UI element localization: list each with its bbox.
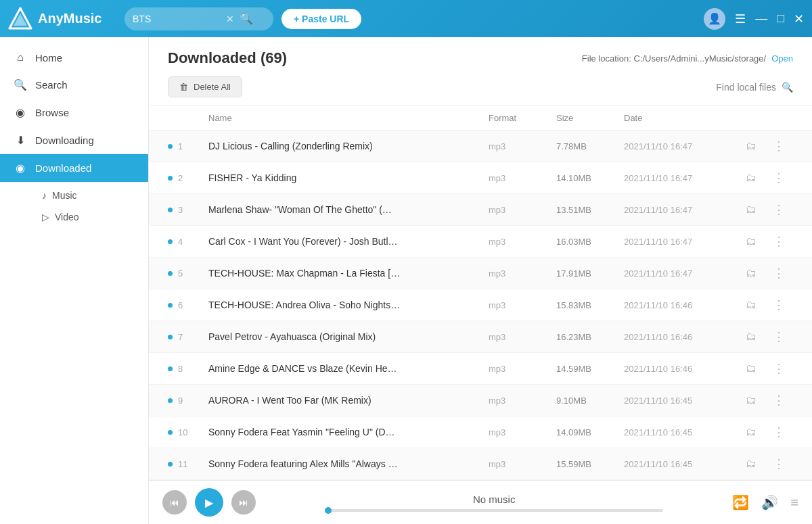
titlebar: AnyMusic ✕ 🔍 + Paste URL 👤 ☰ — □ ✕ (0, 0, 812, 37)
page-title: Downloaded (69) (168, 49, 287, 67)
row-num-text: 1 (178, 141, 183, 151)
volume-icon[interactable]: 🔊 (761, 494, 778, 510)
sidebar-item-search[interactable]: 🔍 Search (0, 71, 148, 99)
row-more-icon[interactable]: ⋮ (773, 393, 793, 408)
player-progress-dot (325, 507, 332, 514)
open-folder-icon[interactable]: 🗂 (746, 204, 773, 216)
find-local-files[interactable]: Find local files 🔍 (716, 82, 793, 93)
sidebar-item-home[interactable]: ⌂ Home (0, 44, 148, 71)
prev-button[interactable]: ⏮ (162, 490, 187, 515)
next-button[interactable]: ⏭ (231, 490, 256, 515)
minimize-icon[interactable]: — (755, 11, 767, 26)
table-row[interactable]: 8 Amine Edge & DANCE vs Blaze (Kevin He…… (149, 353, 812, 385)
row-more-icon[interactable]: ⋮ (773, 234, 793, 249)
row-number: 10 (168, 427, 208, 437)
table-row[interactable]: 9 AURORA - I Went Too Far (MK Remix) mp3… (149, 385, 812, 416)
open-folder-icon[interactable]: 🗂 (746, 426, 773, 438)
titlebar-controls: 👤 ☰ — □ ✕ (704, 8, 804, 30)
row-date: 2021/11/10 16:47 (624, 237, 746, 247)
delete-all-button[interactable]: 🗑 Delete All (168, 76, 242, 97)
row-format: mp3 (489, 332, 556, 342)
row-more-icon[interactable]: ⋮ (773, 202, 793, 217)
play-button[interactable]: ▶ (195, 488, 223, 517)
paste-url-button[interactable]: + Paste URL (281, 9, 361, 29)
row-more-icon[interactable]: ⋮ (773, 170, 793, 185)
row-format: mp3 (489, 205, 556, 215)
find-local-label: Find local files (716, 82, 776, 93)
row-format: mp3 (489, 427, 556, 437)
row-more-icon[interactable]: ⋮ (773, 329, 793, 344)
row-number: 4 (168, 237, 208, 247)
main-layout: ⌂ Home 🔍 Search ◉ Browse ⬇ Downloading ◉… (0, 37, 812, 524)
open-folder-icon[interactable]: 🗂 (746, 235, 773, 247)
row-number: 11 (168, 459, 208, 469)
row-more-icon[interactable]: ⋮ (773, 361, 793, 376)
video-icon: ▷ (42, 212, 49, 222)
sidebar-item-downloading[interactable]: ⬇ Downloading (0, 126, 148, 154)
open-folder-link[interactable]: Open (771, 53, 793, 64)
playlist-icon[interactable]: ≡ (790, 495, 798, 510)
search-icon[interactable]: 🔍 (240, 12, 253, 25)
sidebar-label-downloaded: Downloaded (35, 162, 91, 174)
row-size: 17.91MB (556, 268, 624, 279)
table-row[interactable]: 7 Pavel Petrov - Ayahuasca (Original Mix… (149, 321, 812, 353)
row-more-icon[interactable]: ⋮ (773, 456, 793, 471)
row-date: 2021/11/10 16:47 (624, 173, 746, 183)
open-folder-icon[interactable]: 🗂 (746, 267, 773, 279)
row-track-name: DJ Licious - Calling (Zonderling Remix) (208, 141, 489, 151)
row-track-name: Carl Cox - I Want You (Forever) - Josh B… (208, 236, 489, 247)
row-date: 2021/11/10 16:46 (624, 332, 746, 342)
row-dot (168, 303, 173, 308)
row-format: mp3 (489, 237, 556, 247)
row-more-icon[interactable]: ⋮ (773, 139, 793, 153)
row-size: 13.51MB (556, 205, 624, 215)
sidebar-item-music[interactable]: ♪ Music (35, 185, 148, 206)
search-bar[interactable]: ✕ 🔍 (125, 7, 273, 30)
row-number: 9 (168, 396, 208, 406)
table-row[interactable]: 3 Marlena Shaw- "Woman Of The Ghetto" (…… (149, 194, 812, 226)
sidebar-item-video[interactable]: ▷ Video (35, 206, 148, 228)
open-folder-icon[interactable]: 🗂 (746, 394, 773, 406)
open-folder-icon[interactable]: 🗂 (746, 331, 773, 343)
search-input[interactable] (133, 14, 221, 24)
row-more-icon[interactable]: ⋮ (773, 266, 793, 281)
content-header: Downloaded (69) File location: C:/Users/… (149, 37, 812, 106)
col-header-more (773, 113, 793, 123)
close-icon[interactable]: ✕ (794, 11, 804, 26)
menu-icon[interactable]: ☰ (735, 11, 746, 26)
row-format: mp3 (489, 396, 556, 406)
sidebar-item-downloaded[interactable]: ◉ Downloaded (0, 154, 148, 182)
table-row[interactable]: 10 Sonny Fodera Feat Yasmin "Feeling U" … (149, 416, 812, 448)
trash-icon: 🗑 (179, 82, 188, 92)
open-folder-icon[interactable]: 🗂 (746, 140, 773, 152)
row-more-icon[interactable]: ⋮ (773, 297, 793, 312)
row-dot (168, 271, 173, 276)
table-row[interactable]: 4 Carl Cox - I Want You (Forever) - Josh… (149, 226, 812, 258)
row-date: 2021/11/10 16:45 (624, 396, 746, 406)
col-header-name: Name (208, 113, 489, 123)
row-number: 1 (168, 141, 208, 151)
repeat-icon[interactable]: 🔁 (732, 494, 749, 510)
open-folder-icon[interactable]: 🗂 (746, 172, 773, 184)
row-number: 2 (168, 173, 208, 183)
row-more-icon[interactable]: ⋮ (773, 425, 793, 439)
row-format: mp3 (489, 173, 556, 183)
row-num-text: 11 (178, 459, 187, 469)
open-folder-icon[interactable]: 🗂 (746, 362, 773, 375)
row-track-name: Marlena Shaw- "Woman Of The Ghetto" (… (208, 204, 489, 215)
player-progress-bar[interactable] (325, 509, 663, 512)
user-avatar[interactable]: 👤 (704, 8, 725, 30)
table-row[interactable]: 11 Sonny Fodera featuring Alex Mills "Al… (149, 448, 812, 480)
row-num-text: 5 (178, 268, 183, 279)
table-row[interactable]: 6 TECH-HOUSE: Andrea Oliva - Soho Nights… (149, 289, 812, 321)
table-row[interactable]: 5 TECH-HOUSE: Max Chapman - La Fiesta […… (149, 258, 812, 289)
row-format: mp3 (489, 459, 556, 469)
table-row[interactable]: 2 FISHER - Ya Kidding mp3 14.10MB 2021/1… (149, 162, 812, 194)
logo-area: AnyMusic (8, 7, 116, 31)
maximize-icon[interactable]: □ (777, 11, 784, 26)
open-folder-icon[interactable]: 🗂 (746, 299, 773, 311)
open-folder-icon[interactable]: 🗂 (746, 458, 773, 470)
table-row[interactable]: 1 DJ Licious - Calling (Zonderling Remix… (149, 130, 812, 162)
search-clear-icon[interactable]: ✕ (226, 14, 234, 24)
sidebar-item-browse[interactable]: ◉ Browse (0, 99, 148, 126)
